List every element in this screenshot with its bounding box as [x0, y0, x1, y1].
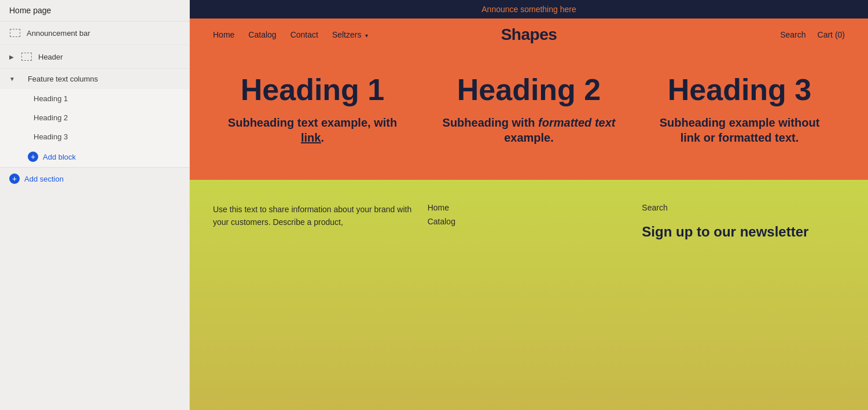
announcement-bar-icon [9, 27, 21, 39]
sidebar-item-heading3[interactable]: Heading 3 [0, 127, 189, 146]
nav-catalog[interactable]: Catalog [248, 30, 276, 39]
nav-home[interactable]: Home [213, 30, 234, 39]
header-icon [21, 51, 32, 62]
feature-text-columns-header[interactable]: ▼ Feature text columns [0, 69, 189, 89]
hero-heading-3: Heading 3 [652, 74, 827, 106]
chevron-down-icon: ▼ [9, 76, 15, 82]
hero-column-2: Heading 2 Subheading with formatted text… [424, 74, 634, 145]
hero-subheading-3: Subheading example without link or forma… [652, 115, 827, 145]
header-right: Search Cart (0) [780, 30, 845, 39]
sidebar-item-heading2[interactable]: Heading 2 [0, 108, 189, 127]
announcement-text: Announce something here [481, 5, 576, 14]
hero-heading-2: Heading 2 [441, 74, 617, 106]
hero-subheading-2: Subheading with formatted text example. [441, 115, 617, 145]
hero-section: Heading 1 Subheading text example, with … [190, 51, 868, 180]
add-block-label: Add block [43, 153, 76, 161]
nav-search[interactable]: Search [780, 30, 806, 39]
store-logo: Shapes [501, 25, 557, 44]
add-section-label: Add section [24, 175, 64, 183]
sidebar-item-heading1[interactable]: Heading 1 [0, 89, 189, 108]
heading1-label: Heading 1 [34, 94, 68, 103]
nav-cart[interactable]: Cart (0) [818, 30, 845, 39]
footer-links: Home Catalog [428, 203, 631, 410]
feature-text-columns-section: ▼ Feature text columns Heading 1 Heading… [0, 69, 189, 168]
sidebar-item-header[interactable]: ▶ Header [0, 45, 189, 69]
footer-description: Use this text to share information about… [213, 203, 416, 410]
sidebar: Home page Announcement bar ▶ Header ▼ Fe… [0, 0, 190, 410]
announcement-bar: Announce something here [190, 0, 868, 19]
hero-column-3: Heading 3 Subheading example without lin… [634, 74, 845, 145]
nav-links: Home Catalog Contact Seltzers ▾ [213, 30, 368, 39]
sidebar-item-announcement-bar[interactable]: Announcement bar [0, 21, 189, 45]
sidebar-title: Home page [0, 0, 189, 21]
add-block-button[interactable]: + Add block [0, 146, 189, 167]
heading2-label: Heading 2 [34, 113, 68, 122]
feature-section-label: Feature text columns [28, 75, 98, 83]
hero-column-1: Heading 1 Subheading text example, with … [213, 74, 424, 145]
footer-link-catalog[interactable]: Catalog [428, 217, 631, 226]
nav-contact[interactable]: Contact [290, 30, 318, 39]
newsletter-heading: Sign up to our newsletter [642, 224, 845, 241]
add-section-plus-icon: + [9, 173, 20, 184]
hero-subheading-1: Subheading text example, with link. [219, 115, 406, 145]
main-content: Announce something here Home Catalog Con… [190, 0, 868, 410]
hero-heading-1: Heading 1 [219, 74, 406, 106]
nav-seltzers-dropdown[interactable]: Seltzers ▾ [332, 30, 368, 39]
footer-right: Search Sign up to our newsletter [642, 203, 845, 410]
sidebar-item-label: Header [38, 53, 63, 61]
add-section-button[interactable]: + Add section [0, 168, 189, 190]
heading3-label: Heading 3 [34, 132, 68, 141]
dropdown-arrow-icon: ▾ [365, 32, 368, 39]
chevron-right-icon: ▶ [9, 54, 14, 60]
sidebar-item-label: Announcement bar [27, 29, 90, 38]
add-block-plus-icon: + [28, 152, 38, 162]
footer-link-search[interactable]: Search [642, 203, 845, 212]
footer-link-home[interactable]: Home [428, 203, 631, 212]
footer-right-links: Search [642, 203, 845, 212]
feature-children: Heading 1 Heading 2 Heading 3 + Add bloc… [0, 89, 189, 167]
store-header: Home Catalog Contact Seltzers ▾ Shapes S… [190, 19, 868, 51]
lower-section: Use this text to share information about… [190, 180, 868, 410]
